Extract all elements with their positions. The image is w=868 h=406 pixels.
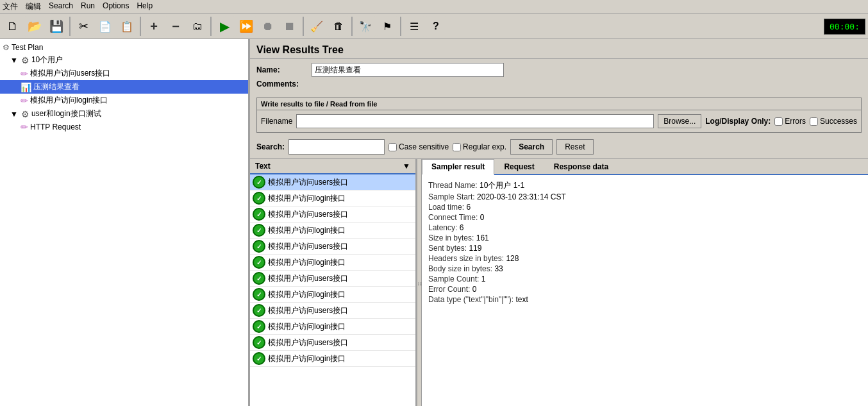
search-toolbar-button[interactable]: 🔭 (355, 16, 376, 37)
search-input[interactable] (288, 139, 385, 155)
new-button[interactable]: 🗋 (3, 16, 23, 37)
detail-content: Thread Name: 10个用户 1-1 Sample Start: 202… (422, 175, 868, 406)
errors-label: Errors (785, 117, 806, 126)
errors-checkbox[interactable] (774, 117, 783, 126)
list-item-status-icon (253, 272, 265, 285)
copy-button[interactable]: 📄 (95, 16, 115, 37)
sep1 (69, 17, 71, 36)
list-divider[interactable]: ⠿ (417, 159, 422, 406)
name-input[interactable] (312, 63, 504, 77)
browse-button[interactable]: Browse... (658, 114, 701, 128)
user-login-test-label: user和login接口测试 (31, 108, 101, 119)
list-item-status-icon (253, 288, 265, 301)
start-button[interactable]: ▶ (214, 16, 235, 37)
info-toolbar-button[interactable]: ⚑ (377, 16, 397, 37)
reset-button[interactable]: Reset (556, 139, 593, 155)
list-item[interactable]: 模拟用户访问users接口 (250, 303, 415, 319)
10users-label: 10个用户 (31, 55, 63, 65)
list-panel: Text ▼ 模拟用户访问users接口模拟用户访问login接口模拟用户访问u… (250, 159, 417, 406)
sample-start-label: Sample Start: (428, 192, 475, 201)
tree-item-10users[interactable]: ▼ ⚙ 10个用户 (0, 53, 248, 67)
start-no-pause-button[interactable]: ⏩ (236, 16, 256, 37)
detail-tabs: Sampler result Request Response data (422, 159, 868, 175)
comments-label: Comments: (256, 80, 308, 89)
shutdown-button[interactable]: ⏹ (280, 16, 300, 37)
tab-sampler-result[interactable]: Sampler result (422, 159, 494, 175)
menu-help[interactable]: Help (137, 1, 153, 12)
list-item-text: 模拟用户访问login接口 (268, 257, 346, 268)
regex-item: Regular exp. (453, 142, 506, 151)
name-row: Name: (256, 63, 862, 77)
list-item-status-icon (253, 208, 265, 221)
tab-response-data[interactable]: Response data (544, 159, 618, 174)
menu-search[interactable]: Search (49, 1, 73, 12)
errors-checkbox-item: Errors (774, 117, 806, 126)
browse-files-button[interactable]: 🗂 (187, 16, 208, 37)
latency-row: Latency: 6 (428, 223, 862, 232)
paste-button[interactable]: 📋 (117, 16, 137, 37)
regex-checkbox[interactable] (453, 143, 461, 151)
headers-size-row: Headers size in bytes: 128 (428, 254, 862, 263)
search-button[interactable]: Search (510, 139, 553, 155)
list-item[interactable]: 模拟用户访问users接口 (250, 174, 415, 190)
sep3 (210, 17, 212, 36)
sample-start-row: Sample Start: 2020-03-10 23:31:14 CST (428, 192, 862, 201)
list-item[interactable]: 模拟用户访问users接口 (250, 335, 415, 351)
sampler2-icon: ✏ (21, 96, 28, 106)
tab-request[interactable]: Request (494, 159, 544, 174)
list-body: 模拟用户访问users接口模拟用户访问login接口模拟用户访问users接口模… (250, 174, 415, 406)
connect-time-label: Connect Time: (428, 213, 478, 222)
list-item[interactable]: 模拟用户访问login接口 (250, 223, 415, 239)
list-item-status-icon (253, 320, 265, 333)
list-item[interactable]: 模拟用户访问login接口 (250, 287, 415, 303)
filename-input[interactable] (296, 114, 654, 128)
regex-label: Regular exp. (463, 142, 506, 151)
successes-checkbox[interactable] (810, 117, 818, 126)
threadgroup2-icon: ⚙ (21, 109, 29, 119)
case-sensitive-label: Case sensitive (399, 142, 449, 151)
list-item-status-icon (253, 256, 265, 269)
list-item-status-icon (253, 240, 265, 253)
tree-item-login-request[interactable]: ✏ 模拟用户访问login接口 (0, 94, 248, 107)
list-header-dropdown[interactable]: ▼ (403, 162, 410, 171)
add-button[interactable]: + (144, 16, 164, 37)
tree-item-users-request[interactable]: ✏ 模拟用户访问users接口 (0, 67, 248, 80)
sent-bytes-label: Sent bytes: (428, 244, 467, 253)
case-sensitive-checkbox[interactable] (388, 143, 397, 151)
clear-all-button[interactable]: 🗑 (328, 16, 349, 37)
list-item[interactable]: 模拟用户访问login接口 (250, 255, 415, 271)
menu-run[interactable]: Run (81, 1, 95, 12)
cut-button[interactable]: ✂ (73, 16, 94, 37)
save-button[interactable]: 💾 (46, 16, 67, 37)
tree-item-user-login-test[interactable]: ▼ ⚙ user和login接口测试 (0, 107, 248, 121)
list-item[interactable]: 模拟用户访问login接口 (250, 190, 415, 207)
menubar: 文件 编辑 Search Run Options Help (0, 0, 868, 14)
view-results-label: 压测结果查看 (33, 81, 79, 92)
help-toolbar-button[interactable]: ? (426, 16, 446, 37)
stop-button[interactable]: ⏺ (258, 16, 278, 37)
list-item[interactable]: 模拟用户访问users接口 (250, 239, 415, 255)
data-type-value: text (516, 295, 528, 304)
detail-panel: Sampler result Request Response data Thr… (422, 159, 868, 406)
menu-file[interactable]: 文件 (3, 1, 18, 12)
expand2-icon: ▼ (10, 110, 18, 119)
list-item[interactable]: 模拟用户访问login接口 (250, 319, 415, 335)
clear-button[interactable]: 🧹 (306, 16, 327, 37)
results-area: Text ▼ 模拟用户访问users接口模拟用户访问login接口模拟用户访问u… (250, 159, 868, 406)
latency-value: 6 (460, 223, 464, 232)
list-item[interactable]: 模拟用户访问users接口 (250, 271, 415, 287)
panel-title: View Results Tree (250, 39, 868, 59)
tree-toolbar-button[interactable]: ☰ (404, 16, 424, 37)
left-tree-panel: ⚙ Test Plan ▼ ⚙ 10个用户 ✏ 模拟用户访问users接口 📊 … (0, 39, 250, 406)
menu-options[interactable]: Options (103, 1, 129, 12)
list-item[interactable]: 模拟用户访问login接口 (250, 351, 415, 367)
remove-button[interactable]: − (165, 16, 186, 37)
load-time-value: 6 (466, 203, 471, 212)
open-button[interactable]: 📂 (24, 16, 45, 37)
list-item-text: 模拟用户访问login接口 (268, 289, 346, 300)
list-item[interactable]: 模拟用户访问users接口 (250, 207, 415, 223)
tree-item-view-results[interactable]: 📊 压测结果查看 (0, 80, 248, 94)
tree-item-test-plan[interactable]: ⚙ Test Plan (0, 42, 248, 53)
tree-item-http-request[interactable]: ✏ HTTP Request (0, 121, 248, 133)
menu-edit[interactable]: 编辑 (26, 1, 41, 12)
